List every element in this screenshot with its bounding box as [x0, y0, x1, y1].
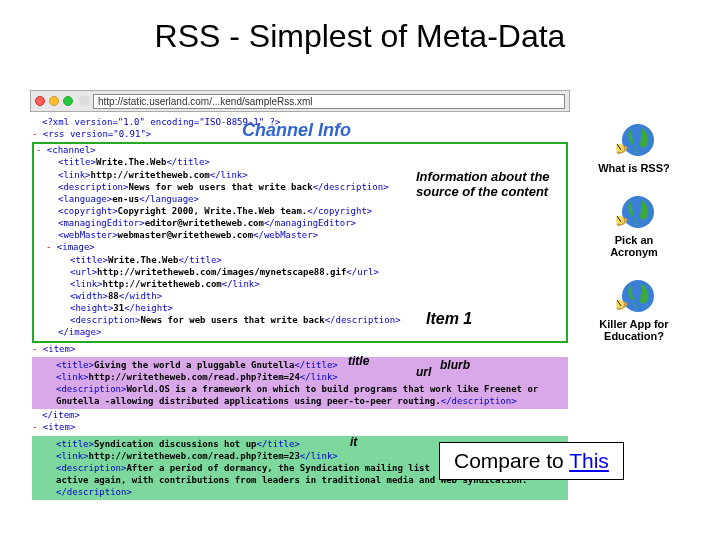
xml-line: <channel>	[47, 145, 96, 155]
xml-tag: </description>	[313, 182, 389, 192]
compare-link[interactable]: This	[569, 449, 609, 472]
xml-tag: </title>	[178, 255, 221, 265]
xml-tag: </link>	[300, 451, 338, 461]
xml-tag: </image>	[58, 327, 101, 337]
xml-tag: </title>	[294, 360, 337, 370]
xml-text: News for web users that write back	[128, 182, 312, 192]
link-caption: Pick anAcronym	[610, 234, 658, 258]
xml-tag: </item>	[42, 410, 80, 420]
globe-icon	[612, 276, 656, 316]
xml-tag: <description>	[56, 384, 126, 394]
xml-tag: <item>	[43, 344, 76, 354]
xml-text: News for web users that write back	[140, 315, 324, 325]
xml-tag: </managingEditor>	[264, 218, 356, 228]
xml-tag: </link>	[210, 170, 248, 180]
xml-tag: </language>	[139, 194, 199, 204]
it-annotation: it	[350, 434, 357, 450]
svg-point-3	[622, 196, 654, 228]
url-annotation: url	[416, 364, 431, 380]
compare-text: Compare to	[454, 449, 569, 472]
slide-title: RSS - Simplest of Meta-Data	[0, 0, 720, 63]
xml-line: <rss version="0.91">	[43, 129, 151, 139]
xml-tag: <image>	[57, 242, 95, 252]
xml-tag: <link>	[56, 372, 89, 382]
compare-box: Compare to This	[439, 442, 624, 480]
xml-tag: <title>	[56, 360, 94, 370]
svg-point-0	[622, 124, 654, 156]
xml-text: Write.The.Web	[96, 157, 166, 167]
xml-text: editor@writetheweb.com	[145, 218, 264, 228]
xml-tag: </url>	[346, 267, 379, 277]
title-annotation: title	[348, 353, 369, 369]
xml-text: 88	[108, 291, 119, 301]
xml-text: http://writetheweb.com	[91, 170, 210, 180]
xml-tag: <item>	[43, 422, 76, 432]
xml-tag: <description>	[70, 315, 140, 325]
page-icon	[79, 96, 89, 106]
xml-tag: <link>	[56, 451, 89, 461]
xml-text: Syndication discussions hot up	[94, 439, 257, 449]
xml-tag: </description>	[441, 396, 517, 406]
xml-text: Copyright 2000, Write.The.Web team.	[118, 206, 308, 216]
svg-point-6	[622, 280, 654, 312]
right-column: What is RSS? Pick anAcronym Killer App f…	[580, 120, 688, 360]
xml-tag: </link>	[222, 279, 260, 289]
link-caption: What is RSS?	[598, 162, 670, 174]
xml-tag: <link>	[70, 279, 103, 289]
xml-tag: <description>	[58, 182, 128, 192]
url-bar[interactable]: http://static.userland.com/...kend/sampl…	[93, 94, 565, 109]
xml-tag: <managingEditor>	[58, 218, 145, 228]
xml-tag: <title>	[58, 157, 96, 167]
xml-tag: <url>	[70, 267, 97, 277]
xml-tag: <width>	[70, 291, 108, 301]
link-killer-app[interactable]: Killer App forEducation?	[599, 276, 668, 342]
xml-tag: </webMaster>	[253, 230, 318, 240]
xml-text: Giving the world a pluggable Gnutella	[94, 360, 294, 370]
xml-tag: </description>	[56, 487, 132, 497]
xml-tag: <height>	[70, 303, 113, 313]
item1-label: Item 1	[426, 308, 472, 330]
xml-text: webmaster@writetheweb.com	[118, 230, 253, 240]
item1-highlight-box: <title>Giving the world a pluggable Gnut…	[32, 357, 568, 410]
link-what-is-rss[interactable]: What is RSS?	[598, 120, 670, 174]
xml-tag: </width>	[119, 291, 162, 301]
xml-tag: <link>	[58, 170, 91, 180]
minimize-icon[interactable]	[49, 96, 59, 106]
blurb-annotation: blurb	[440, 357, 470, 373]
browser-toolbar: http://static.userland.com/...kend/sampl…	[30, 90, 570, 112]
xml-tag: <copyright>	[58, 206, 118, 216]
xml-text: en-us	[112, 194, 139, 204]
xml-text: http://writetheweb.com/read.php?item=23	[89, 451, 300, 461]
xml-text: Write.The.Web	[108, 255, 178, 265]
zoom-icon[interactable]	[63, 96, 73, 106]
globe-icon	[612, 192, 656, 232]
xml-tag: <title>	[70, 255, 108, 265]
xml-tag: </link>	[300, 372, 338, 382]
channel-info-label: Channel Info	[242, 118, 351, 142]
window-controls[interactable]	[35, 96, 73, 106]
globe-icon	[612, 120, 656, 160]
xml-text: http://writetheweb.com/images/mynetscape…	[97, 267, 346, 277]
xml-tag: </height>	[124, 303, 173, 313]
close-icon[interactable]	[35, 96, 45, 106]
xml-text: After a period of dormancy, the Syndicat…	[126, 463, 429, 473]
xml-tag: </copyright>	[307, 206, 372, 216]
link-pick-acronym[interactable]: Pick anAcronym	[610, 192, 658, 258]
xml-tag: </title>	[166, 157, 209, 167]
xml-text: 31	[113, 303, 124, 313]
xml-text: http://writetheweb.com	[103, 279, 222, 289]
xml-tag: </title>	[257, 439, 300, 449]
xml-tag: </description>	[325, 315, 401, 325]
link-caption: Killer App forEducation?	[599, 318, 668, 342]
info-label: Information about the source of the cont…	[416, 170, 570, 200]
xml-tag: <language>	[58, 194, 112, 204]
xml-text: http://writetheweb.com/read.php?item=24	[89, 372, 300, 382]
xml-tag: <description>	[56, 463, 126, 473]
xml-tag: <webMaster>	[58, 230, 118, 240]
xml-tag: <title>	[56, 439, 94, 449]
